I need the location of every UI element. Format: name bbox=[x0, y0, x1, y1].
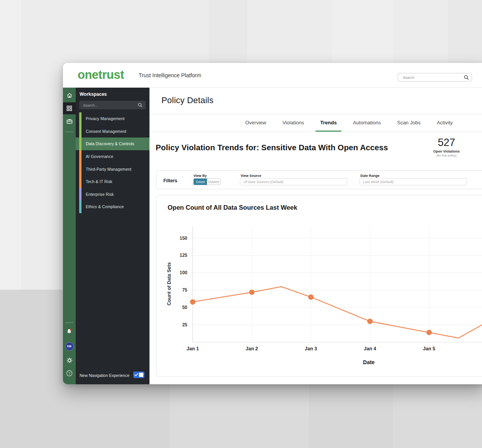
view-by-segmented-control: CountVolume bbox=[193, 178, 221, 185]
sidebar-item-label: AI Governance bbox=[86, 154, 113, 159]
icon-rail: EB ? bbox=[63, 88, 76, 384]
avatar-initials: EB bbox=[65, 342, 74, 351]
svg-text:?: ? bbox=[68, 372, 70, 375]
view-source-label: View Source bbox=[241, 174, 261, 178]
global-search-input[interactable] bbox=[398, 73, 462, 81]
y-tick-label: 100 bbox=[180, 270, 187, 275]
notifications-bell-icon[interactable] bbox=[63, 326, 76, 338]
view-by-count-button[interactable]: Count bbox=[193, 178, 207, 185]
briefcase-icon[interactable] bbox=[63, 115, 76, 127]
date-range-input[interactable] bbox=[360, 178, 467, 185]
stat-value: 527 bbox=[419, 137, 474, 149]
chart-card: Open Count of All Data Sources Last Week… bbox=[156, 195, 482, 377]
y-tick-label: 75 bbox=[182, 287, 188, 293]
view-by-label: View By bbox=[193, 174, 207, 178]
sidebar-item-ai-governance[interactable]: AI Governance bbox=[76, 150, 149, 163]
tab-bar: OverviewViolationsTrendsAutomationsScan … bbox=[241, 114, 457, 132]
workspace-accent-bar bbox=[79, 125, 81, 138]
workspace-accent-bar bbox=[79, 163, 81, 175]
filters-card: Filters View By CountVolume View Source … bbox=[156, 170, 482, 189]
new-navigation-label: New Navigation Experience bbox=[80, 373, 129, 378]
workspace-accent-bar bbox=[79, 200, 81, 213]
data-point-marker bbox=[249, 290, 255, 295]
filters-title: Filters bbox=[163, 178, 177, 183]
home-icon[interactable] bbox=[63, 89, 76, 101]
rail-divider bbox=[65, 322, 73, 323]
app-header: onetrust Trust Intelligence Platform bbox=[63, 63, 482, 88]
tab-overview[interactable]: Overview bbox=[241, 114, 271, 132]
workspaces-search[interactable] bbox=[79, 101, 146, 109]
trend-line bbox=[193, 287, 482, 338]
y-tick-label: 125 bbox=[180, 253, 187, 258]
check-icon bbox=[134, 373, 138, 377]
sidebar-item-data-discovery-controls[interactable]: Data Discovery & Controls bbox=[76, 137, 149, 150]
date-range-label: Date Range bbox=[360, 174, 380, 178]
backdrop-stripe bbox=[309, 384, 393, 448]
main-content: Policy Details OverviewViolationsTrendsA… bbox=[149, 88, 482, 384]
page-title: Policy Details bbox=[161, 95, 214, 105]
trends-heading: Policy Violation Trends for: Sensitive D… bbox=[156, 143, 388, 152]
onetrust-logo: onetrust bbox=[78, 68, 124, 82]
x-tick-label: Jan 3 bbox=[305, 346, 317, 351]
workspace-accent-bar bbox=[79, 112, 81, 125]
sidebar-item-label: Consent Management bbox=[86, 129, 126, 134]
workspace-accent-bar bbox=[79, 150, 81, 163]
y-tick-label: 150 bbox=[180, 236, 187, 241]
x-tick-label: Jan 2 bbox=[246, 346, 258, 351]
search-icon bbox=[464, 75, 469, 80]
trend-line-chart: 255075100125150Jan 1Jan 2Jan 3Jan 4Jan 5… bbox=[156, 195, 482, 377]
app-window: onetrust Trust Intelligence Platform bbox=[63, 63, 482, 384]
avatar[interactable]: EB bbox=[63, 340, 76, 352]
tab-violations[interactable]: Violations bbox=[278, 114, 309, 132]
sidebar-item-enterprise-risk[interactable]: Enterprise Risk bbox=[76, 188, 149, 201]
new-navigation-toggle[interactable] bbox=[133, 372, 144, 378]
x-tick-label: Jan 1 bbox=[187, 346, 199, 351]
stat-sublabel: (for this policy) bbox=[419, 154, 474, 157]
tab-trends[interactable]: Trends bbox=[316, 114, 341, 132]
workspaces-sidebar: Workspaces Privacy ManagementConsent Man… bbox=[76, 88, 149, 384]
sidebar-item-label: Ethics & Compliance bbox=[86, 204, 124, 209]
sidebar-item-label: Tech & IT Risk bbox=[86, 179, 112, 184]
sidebar-item-third-party-management[interactable]: Third-Party Management bbox=[76, 163, 149, 175]
sidebar-item-privacy-management[interactable]: Privacy Management bbox=[76, 112, 149, 125]
help-icon[interactable]: ? bbox=[63, 367, 76, 379]
workspace-list: Privacy ManagementConsent ManagementData… bbox=[76, 112, 149, 213]
sidebar-item-tech-it-risk[interactable]: Tech & IT Risk bbox=[76, 175, 149, 188]
tab-automations[interactable]: Automations bbox=[348, 114, 385, 132]
view-by-volume-button[interactable]: Volume bbox=[207, 178, 221, 185]
sidebar-item-ethics-compliance[interactable]: Ethics & Compliance bbox=[76, 200, 149, 213]
workspace-accent-bar bbox=[79, 137, 81, 150]
sidebar-item-consent-management[interactable]: Consent Management bbox=[76, 125, 149, 138]
product-name: Trust Intelligence Platform bbox=[139, 72, 201, 78]
sidebar-item-label: Enterprise Risk bbox=[86, 192, 114, 197]
data-point-marker bbox=[190, 299, 195, 305]
sidebar-item-label: Privacy Management bbox=[86, 116, 124, 121]
view-source-input[interactable] bbox=[240, 178, 347, 185]
sidebar-footer: New Navigation Experience bbox=[76, 367, 149, 384]
workspaces-search-input[interactable] bbox=[79, 101, 136, 109]
x-tick-label: Jan 4 bbox=[364, 346, 376, 351]
divider bbox=[149, 132, 482, 132]
rail-divider bbox=[65, 132, 73, 132]
open-violations-stat: 527 Open Violations (for this policy) bbox=[419, 137, 474, 157]
data-point-marker bbox=[426, 330, 432, 335]
screen: onetrust Trust Intelligence Platform bbox=[0, 0, 482, 448]
tab-scan-jobs[interactable]: Scan Jobs bbox=[392, 114, 425, 132]
stat-label: Open Violations bbox=[419, 149, 474, 153]
data-point-marker bbox=[367, 319, 373, 324]
apps-grid-icon[interactable] bbox=[63, 102, 76, 114]
global-search[interactable] bbox=[398, 73, 472, 81]
toggle-knob bbox=[139, 373, 143, 377]
workspace-accent-bar bbox=[79, 188, 81, 201]
search-icon bbox=[138, 103, 143, 107]
settings-gear-icon[interactable] bbox=[63, 354, 76, 366]
y-tick-label: 25 bbox=[182, 322, 188, 328]
sidebar-item-label: Data Discovery & Controls bbox=[86, 141, 134, 146]
tab-activity[interactable]: Activity bbox=[432, 114, 457, 132]
x-tick-label: Jan 5 bbox=[423, 346, 435, 351]
workspace-accent-bar bbox=[79, 175, 81, 188]
y-tick-label: 50 bbox=[182, 305, 188, 310]
sidebar-item-label: Third-Party Management bbox=[86, 167, 131, 171]
data-point-marker bbox=[308, 294, 314, 300]
workspaces-title: Workspaces bbox=[80, 92, 107, 97]
